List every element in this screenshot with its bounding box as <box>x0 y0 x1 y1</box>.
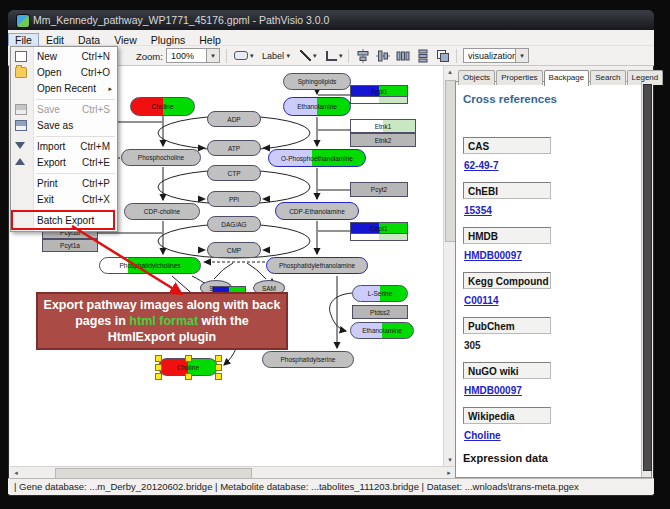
align-center-y-icon <box>376 49 390 63</box>
xref-section-cas: CAS62-49-7 <box>463 137 623 171</box>
file-menu-item-save[interactable]: SaveCtrl+S <box>11 102 117 118</box>
tab-objects[interactable]: Objects <box>458 70 495 85</box>
node-phosphatidylcholines[interactable]: Phosphatidylcholines <box>99 257 201 274</box>
file-menu-item-exit[interactable]: ExitCtrl+X <box>11 192 117 208</box>
xref-section-kegg-compound: Kegg CompoundC00114 <box>463 272 623 306</box>
node-etnk1[interactable]: Etnk1 <box>350 119 416 133</box>
node-label: ATP <box>208 141 260 155</box>
chevron-down-icon[interactable]: ▾ <box>206 49 219 62</box>
window-title: Mm_Kennedy_pathway_WP1771_45176.gpml - P… <box>33 14 329 26</box>
node-dag[interactable]: DAG/AG <box>207 216 261 232</box>
xref-link[interactable]: HMDB00097 <box>464 385 623 396</box>
toolbar-separator <box>226 49 227 63</box>
page-icon <box>15 51 27 62</box>
disk-icon <box>15 104 27 115</box>
xref-link[interactable]: 62-49-7 <box>464 160 623 171</box>
distribute-vertical-button[interactable] <box>416 49 432 63</box>
canvas-horizontal-scrollbar[interactable]: ◂ ▸ <box>10 466 455 478</box>
menu-data[interactable]: Data <box>71 33 107 47</box>
new-datanode-button[interactable]: ▾ <box>234 49 254 63</box>
file-menu-item-open[interactable]: OpenCtrl+O <box>11 65 117 81</box>
node-ptdss2[interactable]: Ptdss2 <box>352 305 408 319</box>
toolbar-separator <box>456 49 457 63</box>
node-adp[interactable]: ADP <box>207 111 261 127</box>
node-phosphocholine[interactable]: Phosphocholine <box>121 149 201 166</box>
node-label: Phosphatidylcholines <box>100 258 200 273</box>
xref-section-hmdb: HMDBHMDB00097 <box>463 227 623 261</box>
common-size-button[interactable] <box>436 49 452 63</box>
file-menu-item-save-as[interactable]: Save as <box>11 118 117 134</box>
node-label: Cept1 <box>351 223 407 234</box>
align-center-x-button[interactable] <box>356 49 372 63</box>
xref-header: HMDB <box>463 227 551 244</box>
xref-link[interactable]: C00114 <box>464 295 623 306</box>
node-choline-selected[interactable]: Choline <box>158 358 218 376</box>
expression-data-heading: Expression data <box>463 452 548 464</box>
node-label: Ptdss2 <box>353 306 407 318</box>
node-cept1[interactable]: Cept1 <box>350 222 408 241</box>
panel-scrollbar[interactable] <box>641 82 651 477</box>
scroll-up-icon[interactable]: ▴ <box>444 66 456 78</box>
panel-scroll-thumb[interactable] <box>643 84 652 471</box>
node-phosphatidylserine[interactable]: Phosphatidylserine <box>262 351 354 368</box>
node-pcyt1a[interactable]: Pcyt1a <box>42 239 98 252</box>
xref-link[interactable]: HMDB00097 <box>464 250 623 261</box>
menu-item-shortcut: Ctrl+N <box>81 49 110 65</box>
app-icon <box>16 14 30 28</box>
node-o-phosphoethanolamine[interactable]: O-Phosphoethanolamine <box>268 149 366 167</box>
file-menu-item-print[interactable]: PrintCtrl+P <box>11 176 117 192</box>
export-icon <box>15 158 25 165</box>
xref-section-nugo-wiki: NuGO wikiHMDB00097 <box>463 362 623 396</box>
node-ctp[interactable]: CTP <box>207 165 261 181</box>
tab-backpage[interactable]: Backpage <box>544 70 590 86</box>
menu-plugins[interactable]: Plugins <box>144 33 192 47</box>
xref-section-chebi: ChEBI15354 <box>463 182 623 216</box>
new-connector-button[interactable]: ▾ <box>326 49 343 63</box>
node-sphingolipids[interactable]: Sphingolipids <box>283 73 351 90</box>
node-cdp-ethanolamine[interactable]: CDP-Ethanolamine <box>275 202 359 220</box>
node-atp[interactable]: ATP <box>207 140 261 156</box>
chevron-down-icon[interactable]: ▾ <box>515 49 528 62</box>
node-label: CDP-Ethanolamine <box>276 203 358 219</box>
file-menu-item-export[interactable]: ExportCtrl+E <box>11 155 117 171</box>
menu-view[interactable]: View <box>107 33 144 47</box>
node-sgpl1[interactable]: Sgpl1 <box>350 85 408 104</box>
xref-link[interactable]: Choline <box>464 430 623 441</box>
tab-properties[interactable]: Properties <box>496 70 542 85</box>
file-menu-item-import[interactable]: ImportCtrl+M <box>11 139 117 155</box>
node-cdp-choline[interactable]: CDP-choline <box>124 203 200 220</box>
menu-item-shortcut: Ctrl+P <box>82 176 110 192</box>
node-ethanolamine[interactable]: Ethanolamine <box>283 97 351 116</box>
visualization-combobox[interactable]: visualization ▾ <box>463 48 529 63</box>
canvas-vertical-scrollbar[interactable]: ▴ ▾ <box>443 66 455 466</box>
node-pcyt2[interactable]: Pcyt2 <box>350 182 408 197</box>
menu-help[interactable]: Help <box>192 33 228 47</box>
node-l-serine[interactable]: L-Serine <box>352 285 408 302</box>
new-line-button[interactable]: ▾ <box>300 49 317 63</box>
menu-item-label: Print <box>37 176 58 192</box>
xref-section-pubchem: PubChem305 <box>463 317 623 351</box>
file-menu-item-new[interactable]: NewCtrl+N <box>11 49 117 65</box>
toolbar-separator <box>348 49 349 63</box>
file-menu: NewCtrl+NOpenCtrl+OOpen Recent▸SaveCtrl+… <box>10 46 118 232</box>
node-ppi[interactable]: PPi <box>207 191 261 207</box>
xref-link[interactable]: 15354 <box>464 205 623 216</box>
node-choline[interactable]: Choline <box>130 97 195 116</box>
xref-header: Kegg Compound <box>463 272 551 289</box>
xref-header: Wikipedia <box>463 407 551 424</box>
node-cmp[interactable]: CMP <box>207 242 261 258</box>
zoom-combobox[interactable]: 100% ▾ <box>166 48 220 63</box>
node-label: O-Phosphoethanolamine <box>269 150 365 166</box>
menu-item-shortcut: Ctrl+O <box>81 65 110 81</box>
align-center-y-button[interactable] <box>376 49 392 63</box>
menu-edit[interactable]: Edit <box>39 33 71 47</box>
node-label: Etnk2 <box>351 134 415 146</box>
node-etnk2[interactable]: Etnk2 <box>350 133 416 147</box>
node-ethanolamine-2[interactable]: Ethanolamine <box>350 322 414 339</box>
distribute-horizontal-button[interactable] <box>396 49 412 63</box>
node-label: CTP <box>208 166 260 180</box>
file-menu-item-open-recent[interactable]: Open Recent▸ <box>11 81 117 97</box>
tab-search[interactable]: Search <box>590 70 625 85</box>
new-label-button[interactable]: Label ▾ <box>262 49 290 63</box>
node-phosphatidylethanolamine[interactable]: Phosphatidylethanolamine <box>266 257 368 274</box>
